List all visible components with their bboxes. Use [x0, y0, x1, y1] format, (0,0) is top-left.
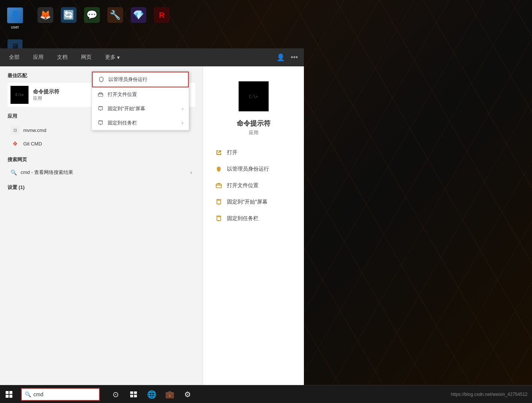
context-menu-admin[interactable]: 以管理员身份运行 [92, 72, 189, 87]
admin-run-label: 以管理员身份运行 [227, 166, 269, 172]
svg-rect-3 [98, 93, 103, 96]
search-nav: 全部 应用 文档 网页 更多 ▾ 👤 ••• [0, 48, 304, 66]
top-icon-img-0: 🦊 [38, 7, 53, 23]
context-menu: 以管理员身份运行 打开文件位置 固定到"开始"屏幕 › [92, 71, 189, 130]
taskbar-app-icons: ⊙ 🌐 💼 ⚙ [107, 386, 196, 403]
top-icon-2[interactable]: 💬 [84, 7, 100, 23]
nav-more[interactable]: 更多 ▾ [102, 52, 123, 62]
nav-apps[interactable]: 应用 [30, 52, 47, 62]
context-menu-pin-start[interactable]: 固定到"开始"屏幕 › [92, 102, 189, 116]
account-icon[interactable]: 👤 [277, 53, 285, 61]
taskbar-right: https://blog.csdn.net/weixin_42754512 [451, 392, 532, 397]
app-item-git[interactable]: ❖ Git CMD [8, 137, 195, 150]
nav-docs[interactable]: 文档 [54, 52, 71, 62]
top-icons-bar: 🦊 🔄 💬 🔧 💎 R [30, 0, 532, 30]
taskbar: 🔍 cmd ⊙ 🌐 💼 ⚙ https://blog.csdn.net/weix… [0, 385, 532, 403]
nav-web[interactable]: 网页 [78, 52, 95, 62]
right-action-pin-start[interactable]: 固定到"开始"屏幕 [210, 195, 296, 210]
mvnw-name: mvnw.cmd [23, 127, 46, 133]
right-actions: 打开 以管理员身份运行 [210, 145, 296, 226]
top-icon-img-1: 🔄 [61, 7, 77, 23]
right-app-type: 应用 [210, 129, 296, 136]
nav-all[interactable]: 全部 [6, 52, 23, 62]
taskbar-search-box[interactable]: 🔍 cmd [21, 388, 100, 401]
right-action-pin-taskbar[interactable]: 固定到任务栏 [210, 211, 296, 226]
svg-rect-12 [130, 391, 133, 394]
open-label: 打开 [227, 149, 237, 156]
taskbar-settings[interactable]: ⚙ [179, 386, 196, 403]
taskbar-cortana[interactable]: ⊙ [107, 386, 124, 403]
git-icon: ❖ [11, 139, 20, 148]
web-item-text: cmd - 查看网络搜索结果 [21, 169, 73, 176]
svg-rect-11 [9, 395, 12, 398]
taskbar-ide[interactable]: 💼 [161, 386, 178, 403]
top-icon-img-3: 🔧 [107, 7, 123, 23]
pin-start-label: 固定到"开始"屏幕 [227, 199, 268, 205]
pin-taskbar-icon [215, 215, 222, 222]
right-app-icon: C:\> [239, 81, 269, 111]
web-arrow: › [190, 169, 192, 176]
admin-run-icon [215, 165, 222, 173]
context-admin-label: 以管理员身份运行 [108, 76, 147, 83]
svg-rect-9 [9, 391, 12, 394]
taskbar-task-view[interactable] [125, 386, 142, 403]
top-icon-img-2: 💬 [84, 7, 100, 23]
web-item[interactable]: 🔍 cmd - 查看网络搜索结果 › [8, 167, 195, 178]
settings-section: 设置 (1) [8, 184, 195, 191]
svg-rect-10 [6, 395, 9, 398]
search-web-icon: 🔍 [11, 169, 17, 175]
top-icon-img-4: 💎 [131, 7, 146, 23]
right-action-location[interactable]: 打开文件位置 [210, 178, 296, 193]
svg-rect-15 [134, 395, 137, 397]
pin-taskbar-label: 固定到任务栏 [227, 215, 258, 222]
start-button[interactable] [0, 385, 18, 403]
context-admin-icon [98, 76, 105, 83]
user-avatar: 👤 [7, 7, 23, 23]
context-pin-taskbar-icon [97, 120, 104, 126]
context-location-label: 打开文件位置 [108, 91, 137, 98]
top-icon-5[interactable]: R [154, 7, 170, 23]
top-icon-img-5: R [154, 7, 170, 23]
context-pin-start-label: 固定到"开始"屏幕 [108, 105, 145, 112]
svg-rect-8 [6, 391, 9, 394]
right-action-open[interactable]: 打开 [210, 145, 296, 160]
best-match-name: 命令提示符 [33, 88, 59, 95]
pin-start-icon [215, 198, 222, 206]
top-icon-0[interactable]: 🦊 [38, 7, 53, 23]
open-icon [215, 149, 222, 156]
search-right: C:\> 命令提示符 应用 打开 [203, 66, 304, 385]
mvnw-icon: ⊡ [11, 126, 20, 135]
taskbar-search-value[interactable]: cmd [33, 391, 43, 397]
more-options-icon[interactable]: ••• [291, 54, 298, 61]
context-pin-start-arrow: › [182, 106, 183, 111]
right-action-admin[interactable]: 以管理员身份运行 [210, 162, 296, 177]
file-location-label: 打开文件位置 [227, 182, 258, 189]
context-location-icon [97, 91, 104, 98]
settings-title: 设置 (1) [8, 184, 195, 191]
user-icon-area[interactable]: 👤 user [0, 0, 30, 36]
top-icon-3[interactable]: 🔧 [107, 7, 123, 23]
git-name: Git CMD [23, 141, 42, 147]
context-pin-taskbar-label: 固定到任务栏 [108, 120, 137, 126]
svg-rect-0 [216, 184, 221, 188]
context-pin-taskbar-arrow: › [182, 120, 183, 126]
top-icon-4[interactable]: 💎 [131, 7, 146, 23]
web-title: 搜索网页 [8, 156, 195, 163]
best-match-type: 应用 [33, 95, 59, 102]
context-pin-start-icon [97, 105, 104, 112]
top-icon-1[interactable]: 🔄 [61, 7, 77, 23]
file-location-icon [215, 182, 222, 189]
context-menu-pin-taskbar[interactable]: 固定到任务栏 › [92, 116, 189, 130]
right-app-name: 命令提示符 [210, 119, 296, 128]
svg-rect-13 [134, 391, 137, 394]
best-match-info: 命令提示符 应用 [33, 88, 59, 102]
taskbar-url: https://blog.csdn.net/weixin_42754512 [451, 392, 527, 397]
context-menu-location[interactable]: 打开文件位置 [92, 87, 189, 102]
web-section: 搜索网页 🔍 cmd - 查看网络搜索结果 › [8, 156, 195, 178]
cmd-icon-large: C:\> [11, 86, 29, 104]
search-nav-right: 👤 ••• [277, 53, 298, 61]
user-label: user [11, 25, 19, 29]
taskbar-chrome[interactable]: 🌐 [143, 386, 160, 403]
taskbar-search-icon: 🔍 [25, 391, 31, 397]
svg-rect-14 [130, 395, 133, 397]
